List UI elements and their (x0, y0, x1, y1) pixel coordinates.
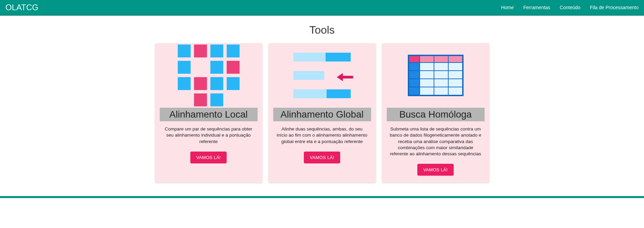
nav-link-ferramentas[interactable]: Ferramentas (523, 5, 550, 10)
footer-bar (0, 196, 644, 198)
card-description: Alinhe duas sequências, ambas, do seu in… (276, 126, 368, 145)
nav-link-conteudo[interactable]: Conteúdo (560, 5, 580, 10)
homology-search-icon (387, 43, 485, 108)
nav-links: Home Ferramentas Conteúdo Fila de Proces… (501, 5, 639, 10)
navbar: OLATCG Home Ferramentas Conteúdo Fila de… (0, 0, 644, 16)
brand-title[interactable]: OLATCG (5, 3, 38, 12)
global-alignment-icon (273, 43, 371, 108)
nav-link-fila[interactable]: Fila de Processamento (590, 5, 639, 10)
card-title: Busca Homóloga (387, 108, 485, 121)
card-global-alignment: Alinhamento Global Alinhe duas sequência… (268, 43, 376, 182)
go-button-homology[interactable]: VAMOS LÁ! (417, 164, 454, 176)
card-local-alignment: Alinhamento Local Compare um par de sequ… (155, 43, 262, 182)
go-button-local[interactable]: VAMOS LÁ! (190, 152, 227, 163)
page-title: Tools (0, 24, 644, 36)
arrow-left-icon (337, 74, 353, 81)
cards-container: Alinhamento Local Compare um par de sequ… (0, 43, 644, 193)
card-description: Submeta uma lista de sequências contra u… (389, 126, 482, 157)
card-homology-search: Busca Homóloga Submeta uma lista de sequ… (382, 43, 489, 182)
go-button-global[interactable]: VAMOS LÁ! (304, 152, 341, 163)
nav-link-home[interactable]: Home (501, 5, 514, 10)
card-title: Alinhamento Local (160, 108, 258, 121)
card-description: Compare um par de sequências para obter … (162, 126, 255, 145)
card-title: Alinhamento Global (273, 108, 371, 121)
local-alignment-icon (160, 43, 258, 108)
